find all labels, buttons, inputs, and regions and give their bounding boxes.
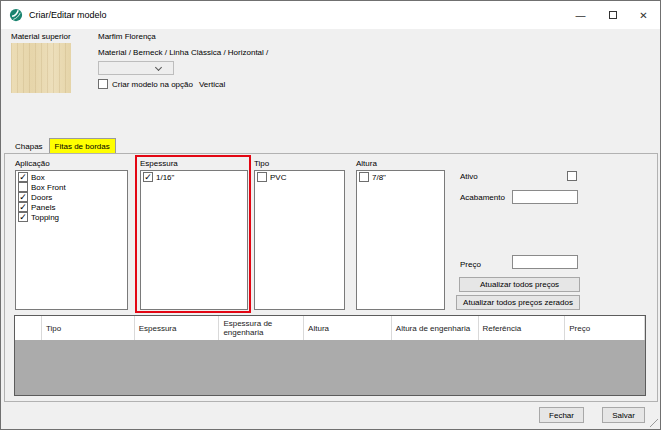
material-superior-label: Material superior [11, 32, 71, 41]
list-item-label: 7/8" [372, 173, 386, 182]
tab-strip: ChapasFitas de bordas [9, 137, 116, 154]
checkbox-icon[interactable]: ✓ [18, 192, 28, 202]
altura-listbox[interactable]: 7/8" [356, 170, 445, 310]
resize-grip[interactable] [650, 419, 658, 427]
window-title: Criar/Editar modelo [29, 1, 107, 29]
checkbox-icon[interactable]: ✓ [18, 212, 28, 222]
acabamento-label: Acabamento [460, 193, 505, 202]
table-header-cell[interactable]: Referência [479, 316, 566, 340]
table-header-cell[interactable]: Altura [304, 316, 392, 340]
list-item-label: Doors [31, 193, 52, 202]
list-item[interactable]: ✓Panels [16, 202, 127, 212]
table-header-row: TipoEspessuraEspessura de engenhariaAltu… [15, 316, 645, 340]
vertical-checkbox-label: Criar modelo na opção [112, 80, 193, 89]
checkbox-icon[interactable] [257, 172, 267, 182]
material-name: Marfim Florença [98, 32, 156, 41]
table-header-cell[interactable]: Preço [565, 316, 645, 340]
close-icon: ✕ [639, 10, 647, 21]
aplicacao-title: Aplicação [15, 159, 50, 168]
tab-fitas-de-bordas[interactable]: Fitas de bordas [49, 138, 116, 154]
fechar-button[interactable]: Fechar [539, 407, 584, 423]
table-header-cell[interactable]: Tipo [42, 316, 135, 340]
tipo-title: Tipo [254, 159, 269, 168]
material-swatch [11, 43, 71, 93]
salvar-button[interactable]: Salvar [602, 407, 645, 423]
espessura-listbox[interactable]: ✓1/16" [140, 170, 248, 310]
table-body-empty [15, 340, 645, 395]
list-item-label: PVC [270, 173, 286, 182]
list-item[interactable]: 7/8" [357, 172, 444, 182]
material-combobox[interactable] [98, 61, 174, 75]
checkbox-icon[interactable] [359, 172, 369, 182]
ativo-label: Ativo [460, 172, 478, 181]
preco-label: Preço [460, 260, 481, 269]
checkbox-icon[interactable]: ✓ [18, 172, 28, 182]
maximize-icon [609, 11, 617, 19]
list-item-label: Box [31, 173, 45, 182]
list-item-label: Topping [31, 213, 59, 222]
table-header-cell[interactable]: Altura de engenharia [392, 316, 479, 340]
table-header-cell[interactable] [15, 316, 42, 340]
atualizar-precos-button[interactable]: Atualizar todos preços [459, 277, 580, 292]
list-item-label: Panels [31, 203, 55, 212]
checkbox-icon[interactable]: ✓ [18, 202, 28, 212]
checkbox-icon[interactable] [18, 182, 28, 192]
list-item[interactable]: Box Front [16, 182, 127, 192]
list-item[interactable]: ✓Doors [16, 192, 127, 202]
material-path: Material / Berneck / Linha Clássica / Ho… [98, 48, 268, 57]
maximize-button[interactable] [597, 1, 628, 29]
vertical-checkbox-value: Vertical [199, 80, 225, 89]
list-item[interactable]: ✓Box [16, 172, 127, 182]
minimize-button[interactable]: — [565, 1, 596, 29]
dialog-criar-editar-modelo: Criar/Editar modelo — ✕ Material superio… [0, 0, 661, 430]
ativo-checkbox[interactable] [567, 171, 577, 181]
tipo-listbox[interactable]: PVC [254, 170, 345, 310]
atualizar-precos-zerados-button[interactable]: Atualizar todos preços zerados [456, 295, 580, 310]
espessura-title: Espessura [140, 159, 178, 168]
table-header-cell[interactable]: Espessura [135, 316, 220, 340]
minimize-icon: — [576, 10, 586, 21]
vertical-checkbox[interactable] [98, 79, 108, 89]
list-item[interactable]: PVC [255, 172, 344, 182]
altura-title: Altura [356, 159, 377, 168]
tab-chapas[interactable]: Chapas [9, 138, 49, 154]
list-item-label: 1/16" [156, 173, 174, 182]
title-bar: Criar/Editar modelo — ✕ [1, 1, 660, 29]
aplicacao-listbox[interactable]: ✓BoxBox Front✓Doors✓Panels✓Topping [15, 170, 128, 310]
table-header-cell[interactable]: Espessura de engenharia [219, 316, 304, 340]
close-button[interactable]: ✕ [628, 1, 659, 29]
results-table: TipoEspessuraEspessura de engenhariaAltu… [14, 315, 646, 396]
list-item[interactable]: ✓1/16" [141, 172, 247, 182]
list-item[interactable]: ✓Topping [16, 212, 127, 222]
app-icon [9, 8, 23, 22]
chevron-down-icon [155, 64, 162, 71]
acabamento-input[interactable] [512, 190, 578, 204]
preco-input[interactable] [512, 255, 578, 269]
checkbox-icon[interactable]: ✓ [143, 172, 153, 182]
list-item-label: Box Front [31, 183, 66, 192]
create-vertical-option[interactable]: Criar modelo na opção Vertical [98, 79, 225, 89]
